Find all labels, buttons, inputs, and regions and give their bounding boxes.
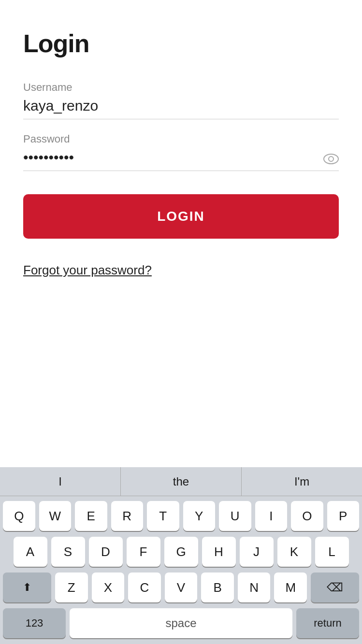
- svg-point-0: [324, 154, 338, 164]
- key-p[interactable]: P: [327, 501, 360, 531]
- keyboard-rows: Q W E R T Y U I O P A S D F G H J K L ⬆ …: [0, 496, 362, 602]
- key-e[interactable]: E: [75, 501, 107, 531]
- return-key[interactable]: return: [296, 608, 359, 638]
- key-h[interactable]: H: [202, 537, 236, 567]
- key-v[interactable]: V: [165, 572, 198, 602]
- svg-point-1: [329, 157, 333, 161]
- forgot-password-link[interactable]: Forgot your password?: [23, 263, 152, 278]
- key-c[interactable]: C: [128, 572, 161, 602]
- username-input[interactable]: [23, 98, 339, 114]
- keyboard-suggestions-bar: I the I'm: [0, 467, 362, 496]
- keyboard-row-1: Q W E R T Y U I O P: [3, 501, 359, 531]
- key-u[interactable]: U: [219, 501, 251, 531]
- suggestion-im[interactable]: I'm: [242, 467, 362, 496]
- keyboard-row-3: ⬆ Z X C V B N M ⌫: [3, 572, 359, 602]
- password-input-wrapper: [23, 149, 339, 171]
- key-d[interactable]: D: [89, 537, 123, 567]
- key-m[interactable]: M: [274, 572, 307, 602]
- key-w[interactable]: W: [39, 501, 72, 531]
- key-q[interactable]: Q: [3, 501, 35, 531]
- login-section: Login Username Password LOGIN Forgot you…: [0, 0, 362, 467]
- key-o[interactable]: O: [291, 501, 323, 531]
- key-a[interactable]: A: [14, 537, 47, 567]
- key-t[interactable]: T: [147, 501, 179, 531]
- key-k[interactable]: K: [277, 537, 311, 567]
- key-j[interactable]: J: [240, 537, 274, 567]
- key-z[interactable]: Z: [55, 572, 88, 602]
- login-button[interactable]: LOGIN: [23, 194, 339, 239]
- username-label: Username: [23, 81, 339, 94]
- keyboard-row-2: A S D F G H J K L: [3, 537, 359, 567]
- key-f[interactable]: F: [127, 537, 160, 567]
- key-i[interactable]: I: [255, 501, 288, 531]
- delete-key[interactable]: ⌫: [311, 572, 359, 602]
- key-n[interactable]: N: [238, 572, 271, 602]
- username-input-wrapper: [23, 98, 339, 119]
- numbers-key[interactable]: 123: [3, 608, 66, 638]
- keyboard-bottom-row: 123 space return: [0, 608, 362, 644]
- username-field-group: Username: [23, 81, 339, 119]
- key-s[interactable]: S: [51, 537, 85, 567]
- page-title: Login: [23, 29, 339, 58]
- suggestion-i[interactable]: I: [0, 467, 121, 496]
- eye-icon[interactable]: [323, 152, 339, 168]
- key-g[interactable]: G: [164, 537, 198, 567]
- password-label: Password: [23, 133, 339, 145]
- key-r[interactable]: R: [111, 501, 144, 531]
- key-b[interactable]: B: [201, 572, 234, 602]
- key-x[interactable]: X: [92, 572, 125, 602]
- space-key[interactable]: space: [70, 608, 292, 638]
- key-l[interactable]: L: [315, 537, 349, 567]
- shift-key[interactable]: ⬆: [3, 572, 51, 602]
- keyboard: I the I'm Q W E R T Y U I O P A S D F G …: [0, 467, 362, 644]
- password-field-group: Password: [23, 133, 339, 171]
- password-input[interactable]: [23, 149, 339, 166]
- suggestion-the[interactable]: the: [121, 467, 242, 496]
- key-y[interactable]: Y: [183, 501, 216, 531]
